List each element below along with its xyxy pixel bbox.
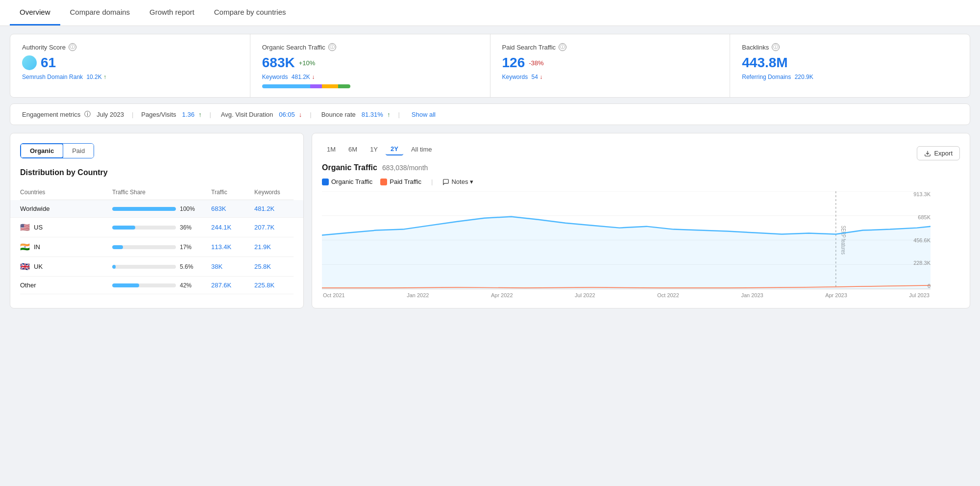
sep2: | (209, 111, 211, 118)
chart-svg: SERP features (322, 191, 931, 289)
table-row: 🇺🇸 US 36% 244.1K 207.7K (20, 218, 294, 237)
paid-search-sub: Keywords 54 ↓ (502, 74, 718, 80)
tab-compare-countries[interactable]: Compare by countries (204, 0, 296, 26)
legend-row: Organic Traffic Paid Traffic | Notes ▾ (322, 178, 960, 185)
country-table: Worldwide 100% 683K 481.2K 🇺🇸 US 36% 244… (20, 200, 294, 294)
bar-bg (112, 207, 176, 211)
paid-search-value: 126 -38% (502, 55, 718, 71)
export-button[interactable]: Export (917, 146, 960, 160)
keyword-bar-yellow (322, 84, 338, 88)
country-cell: Other (20, 281, 108, 289)
legend-dot-orange (380, 179, 387, 185)
keyword-bar (262, 84, 350, 88)
organic-search-value: 683K +10% (262, 55, 478, 71)
table-row: 🇮🇳 IN 17% 113.4K 21.9K (20, 237, 294, 257)
x-axis-label: Jan 2022 (407, 292, 429, 298)
toggle-group: Organic Paid (20, 143, 94, 158)
x-axis-label: Jul 2022 (575, 292, 595, 298)
traffic-value: 38K (211, 263, 250, 270)
bar-container: 5.6% (112, 263, 207, 270)
x-axis-label: Apr 2023 (825, 292, 847, 298)
traffic-share-pct: 17% (180, 244, 192, 251)
traffic-share-pct: 36% (180, 224, 192, 231)
bar-container: 17% (112, 244, 207, 251)
authority-score-card: Authority Score ⓘ 61 Semrush Domain Rank… (10, 34, 250, 97)
backlinks-card: Backlinks ⓘ 443.8M Referring Domains 220… (730, 34, 970, 97)
authority-score-circle-icon (22, 55, 37, 70)
keyword-bar-blue (262, 84, 310, 88)
notes-chevron-icon: ▾ (470, 178, 473, 185)
col-keywords: Keywords (254, 189, 294, 196)
authority-score-sub: Semrush Domain Rank 10.2K ↑ (22, 74, 238, 80)
metrics-row: Authority Score ⓘ 61 Semrush Domain Rank… (10, 34, 970, 98)
toggle-organic-btn[interactable]: Organic (20, 143, 64, 158)
engagement-bar: Engagement metrics ⓘ July 2023 | Pages/V… (10, 103, 970, 125)
traffic-share-pct: 100% (180, 205, 195, 212)
country-cell: 🇮🇳 IN (20, 242, 108, 252)
time-filters: 1M6M1Y2YAll time (322, 143, 437, 155)
chart-wrapper: SERP features 913.3K 685K 456.6K 228.3K (322, 191, 931, 298)
time-filter-btn-1y[interactable]: 1Y (365, 144, 383, 155)
backlinks-sub: Referring Domains 220.9K (742, 74, 958, 80)
traffic-share-pct: 42% (180, 282, 192, 289)
nav-tabs: Overview Compare domains Growth report C… (0, 0, 980, 26)
table-row: Other 42% 287.6K 225.8K (20, 277, 294, 294)
table-row: 🇬🇧 UK 5.6% 38K 25.8K (20, 257, 294, 277)
tab-overview[interactable]: Overview (10, 0, 60, 26)
bar-bg (112, 265, 176, 269)
country-name: Worldwide (20, 205, 49, 212)
time-filter-btn-2y[interactable]: 2Y (386, 143, 403, 155)
keywords-value: 21.9K (254, 243, 294, 251)
time-filter-btn-1m[interactable]: 1M (322, 144, 341, 155)
notes-button[interactable]: Notes ▾ (442, 178, 473, 185)
chart-subtitle: 683,038/month (382, 164, 428, 172)
sep1: | (132, 111, 133, 118)
chart-title: Organic Traffic (322, 163, 377, 172)
paid-search-label: Paid Search Traffic ⓘ (502, 43, 718, 51)
chart-title-row: Organic Traffic 683,038/month (322, 163, 960, 172)
bar-container: 100% (112, 205, 207, 212)
country-flag: 🇬🇧 (20, 262, 30, 271)
col-traffic: Traffic (211, 189, 250, 196)
time-filter-btn-all-time[interactable]: All time (406, 144, 437, 155)
keywords-value: 481.2K (254, 205, 294, 212)
country-flag: 🇮🇳 (20, 242, 30, 252)
sep4: | (398, 111, 399, 118)
traffic-share-pct: 5.6% (180, 263, 193, 270)
country-name: US (34, 224, 43, 231)
bar-bg (112, 226, 176, 230)
engagement-info-icon[interactable]: ⓘ (84, 110, 91, 119)
show-all-link[interactable]: Show all (412, 111, 436, 118)
tab-compare-domains[interactable]: Compare domains (60, 0, 140, 26)
backlinks-info-icon[interactable]: ⓘ (772, 43, 780, 51)
organic-search-label: Organic Search Traffic ⓘ (262, 43, 478, 51)
bar-bg (112, 245, 176, 249)
legend-paid[interactable]: Paid Traffic (380, 178, 421, 185)
legend-organic[interactable]: Organic Traffic (322, 178, 372, 185)
toggle-paid-btn[interactable]: Paid (63, 144, 94, 158)
bar-container: 36% (112, 224, 207, 231)
x-axis-labels: Oct 2021Jan 2022Apr 2022Jul 2022Oct 2022… (322, 292, 931, 298)
organic-search-info-icon[interactable]: ⓘ (328, 43, 336, 51)
keywords-value: 207.7K (254, 224, 294, 231)
country-cell: 🇺🇸 US (20, 223, 108, 232)
traffic-value: 287.6K (211, 281, 250, 289)
paid-search-info-icon[interactable]: ⓘ (559, 43, 566, 51)
bar-fill (112, 226, 135, 230)
x-axis-label: Jul 2023 (909, 292, 930, 298)
distribution-title: Distribution by Country (20, 168, 294, 177)
right-panel: 1M6M1Y2YAll time Export Organic Traffic … (312, 133, 970, 308)
table-row: Worldwide 100% 683K 481.2K (10, 200, 303, 218)
authority-score-info-icon[interactable]: ⓘ (69, 43, 76, 51)
table-header: Countries Traffic Share Traffic Keywords (20, 185, 294, 200)
bottom-section: Organic Paid Distribution by Country Cou… (10, 133, 970, 308)
export-label: Export (934, 150, 953, 157)
legend-dot-blue (322, 179, 329, 185)
traffic-value: 244.1K (211, 224, 250, 231)
tab-growth-report[interactable]: Growth report (140, 0, 204, 26)
col-traffic-share: Traffic Share (112, 189, 207, 196)
sep3: | (310, 111, 311, 118)
col-countries: Countries (20, 189, 108, 196)
time-filter-btn-6m[interactable]: 6M (343, 144, 362, 155)
country-cell: Worldwide (20, 205, 108, 212)
